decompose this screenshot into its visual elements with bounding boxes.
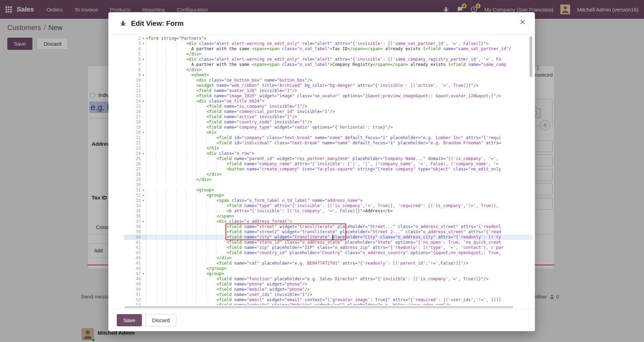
fold-arrow-icon[interactable]: ▾	[141, 188, 146, 193]
editor-vertical-scrollbar[interactable]	[529, 36, 532, 304]
fold-arrow-icon[interactable]: ▾	[141, 73, 146, 78]
code-line[interactable]: <field name="is_company" invisible="1"/>	[146, 104, 532, 109]
code-line[interactable]: </div>	[146, 177, 532, 182]
gutter-line-number[interactable]: 45	[124, 261, 146, 266]
code-line[interactable]: <field name="country_code" invisible="1"…	[146, 120, 532, 125]
code-line[interactable]: <sheet>	[146, 73, 532, 78]
code-line[interactable]: </span>	[146, 214, 532, 219]
code-line[interactable]: <b attrs="{'invisible': [('is_company', …	[146, 208, 532, 214]
gutter-line-number[interactable]: 50	[124, 287, 146, 292]
gutter-line-number[interactable]: 3▾	[124, 41, 146, 46]
code-line[interactable]: <field name="type" attrs="{'invisible': …	[146, 203, 532, 208]
editor-horizontal-scrollbar[interactable]	[124, 305, 529, 309]
code-line[interactable]: <form string="Partners">	[146, 36, 532, 41]
gutter-line-number[interactable]: 23	[124, 146, 146, 151]
gutter-line-number[interactable]: 32▾	[124, 193, 146, 198]
code-line[interactable]: <field name="street" widget="translitera…	[146, 224, 532, 229]
code-line[interactable]: <div class="alert alert-warning oe_edit_…	[146, 57, 532, 62]
code-line[interactable]: <field name="avatar_128" invisible="1"/>	[146, 88, 532, 93]
code-line[interactable]: <field name="city" widget="transliterate…	[146, 235, 532, 240]
code-line[interactable]: </h1>	[146, 146, 532, 151]
close-icon[interactable]: ✕	[520, 18, 526, 26]
code-line[interactable]: </div>	[146, 172, 532, 177]
gutter-line-number[interactable]: 39	[124, 229, 146, 235]
gutter-line-number[interactable]: 2▾	[124, 36, 146, 41]
gutter-line-number[interactable]: 37▾	[124, 219, 146, 224]
gutter-line-number[interactable]: 29	[124, 177, 146, 182]
fold-arrow-icon[interactable]: ▾	[141, 151, 146, 156]
gutter-line-number[interactable]: 5	[124, 52, 146, 57]
gutter-line-number[interactable]: 10	[124, 78, 146, 83]
gutter-line-number[interactable]: 40	[124, 235, 146, 240]
code-line[interactable]: <field id="individual" class="text-break…	[146, 140, 532, 146]
code-line[interactable]: <div class="oe_button_box" name="button_…	[146, 78, 532, 83]
code-line[interactable]: <field name="website" string="Website" w…	[146, 303, 532, 305]
fold-arrow-icon[interactable]: ▾	[141, 198, 146, 203]
gutter-line-number[interactable]: 53	[124, 303, 146, 305]
code-line[interactable]: <div class="o_row">	[146, 151, 532, 156]
code-line[interactable]: <field name="image_1920" widget="image" …	[146, 93, 532, 99]
code-line[interactable]: <field name="commercial_partner_id" invi…	[146, 109, 532, 114]
code-line[interactable]: <div class="oe_title mb24">	[146, 99, 532, 104]
gutter-line-number[interactable]: 41	[124, 240, 146, 245]
gutter-line-number[interactable]: 46	[124, 266, 146, 271]
code-line[interactable]: <field name="function" placeholder="e.g.…	[146, 276, 532, 282]
code-line[interactable]: </div>	[146, 67, 532, 73]
code-line[interactable]: <group>	[146, 271, 532, 276]
gutter-line-number[interactable]: 11	[124, 83, 146, 88]
gutter-line-number[interactable]: 20▾	[124, 130, 146, 135]
vertical-scrollbar-thumb[interactable]	[529, 36, 532, 77]
code-line[interactable]: <div class="alert alert-warning oe_edit_…	[146, 41, 532, 46]
code-line[interactable]: <field name="vat" placeholder="e.g. BE04…	[146, 261, 532, 266]
gutter-line-number[interactable]: 31▾	[124, 188, 146, 193]
gutter-line-number[interactable]: 43	[124, 250, 146, 256]
gutter-line-number[interactable]: 38	[124, 224, 146, 229]
code-line[interactable]: <field name="parent_id" widget="res_part…	[146, 156, 532, 161]
code-line[interactable]: <group>	[146, 193, 532, 198]
code-line[interactable]: <field name="company_type" widget="radio…	[146, 125, 532, 130]
gutter-line-number[interactable]: 9▾	[124, 73, 146, 78]
gutter-line-number[interactable]: 51	[124, 292, 146, 297]
code-line[interactable]: <span class="o_form_label o_td_label" na…	[146, 198, 532, 203]
fold-arrow-icon[interactable]: ▾	[141, 57, 146, 62]
fold-arrow-icon[interactable]: ▾	[141, 271, 146, 276]
fold-arrow-icon[interactable]: ▾	[141, 36, 146, 41]
gutter-line-number[interactable]: 49	[124, 282, 146, 287]
editor-code-area[interactable]: <form string="Partners"> <div class="ale…	[146, 35, 532, 305]
gutter-line-number[interactable]: 35	[124, 208, 146, 214]
gutter-line-number[interactable]: 52	[124, 297, 146, 303]
gutter-line-number[interactable]: 26	[124, 161, 146, 167]
code-line[interactable]: <button name="create_company" icon="fa-p…	[146, 167, 532, 172]
code-line[interactable]	[146, 182, 532, 188]
gutter-line-number[interactable]: 27	[124, 167, 146, 172]
gutter-line-number[interactable]: 47▾	[124, 271, 146, 276]
gutter-line-number[interactable]: 17	[124, 114, 146, 120]
code-line[interactable]: A partner with the same <span><span clas…	[146, 46, 532, 52]
code-line[interactable]: <field name="company_name" attrs="{'invi…	[146, 161, 532, 167]
gutter-line-number[interactable]: 14▾	[124, 99, 146, 104]
gutter-line-number[interactable]: 48	[124, 276, 146, 282]
code-line[interactable]: <widget name="web_ribbon" title="Archive…	[146, 83, 532, 88]
gutter-line-number[interactable]: 30	[124, 182, 146, 188]
gutter-line-number[interactable]: 8	[124, 67, 146, 73]
gutter-line-number[interactable]: 16	[124, 109, 146, 114]
code-line[interactable]: <h1>	[146, 130, 532, 135]
code-line[interactable]: A partner with the same <span><span clas…	[146, 62, 532, 67]
gutter-line-number[interactable]: 33▾	[124, 198, 146, 203]
modal-save-button[interactable]: Save	[117, 314, 142, 326]
code-line[interactable]: </group>	[146, 266, 532, 271]
gutter-line-number[interactable]: 25	[124, 156, 146, 161]
code-line[interactable]: <field name="country_id" placeholder="Co…	[146, 250, 532, 256]
code-line[interactable]: <field name="active" invisible="1"/>	[146, 114, 532, 120]
gutter-line-number[interactable]: 36	[124, 214, 146, 219]
code-line[interactable]: </div>	[146, 256, 532, 261]
gutter-line-number[interactable]: 6▾	[124, 57, 146, 62]
code-line[interactable]: <field name="user_ids" invisible="1"/>	[146, 292, 532, 297]
fold-arrow-icon[interactable]: ▾	[141, 219, 146, 224]
gutter-line-number[interactable]: 13	[124, 93, 146, 99]
horizontal-scrollbar-thumb[interactable]	[124, 306, 513, 308]
code-line[interactable]: </div>	[146, 52, 532, 57]
gutter-line-number[interactable]: 34	[124, 203, 146, 208]
code-line[interactable]: <field name="mobile" widget="phone"/>	[146, 287, 532, 292]
fold-arrow-icon[interactable]: ▾	[141, 41, 146, 46]
